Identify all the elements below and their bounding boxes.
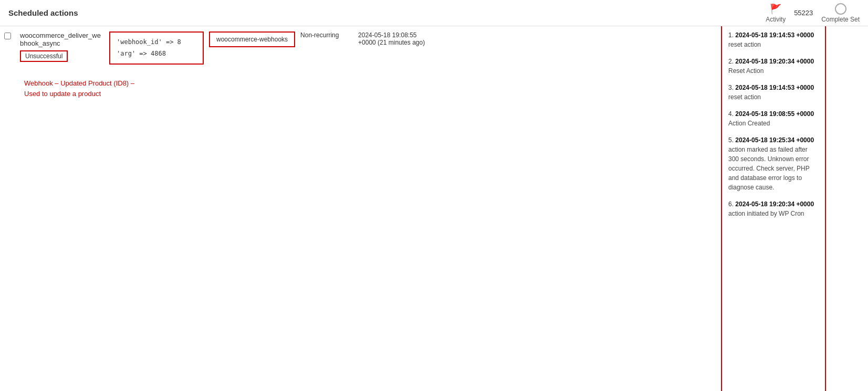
flag-icon: 🚩 bbox=[770, 3, 781, 15]
row-bottom: Webhook – Updated Product (ID8) – Used t… bbox=[0, 78, 721, 105]
log-entry: 3. 2024-05-18 19:14:53 +0000reset action bbox=[728, 83, 819, 102]
complete-label: Complete Set bbox=[821, 16, 860, 23]
main-layout: woocommerce_deliver_webhook_async Unsucc… bbox=[0, 26, 868, 391]
log-number: 2. bbox=[728, 58, 735, 65]
recurrence-cell: Non-recurring bbox=[300, 31, 353, 39]
table-section: woocommerce_deliver_webhook_async Unsucc… bbox=[0, 26, 721, 391]
log-number: 4. bbox=[728, 110, 735, 118]
args-box: 'webhook_id' => 8 'arg' => 4868 bbox=[109, 31, 204, 65]
log-entry: 2. 2024-05-18 19:20:34 +0000Reset Action bbox=[728, 57, 819, 76]
log-text: Action Created bbox=[728, 120, 770, 127]
group-box: woocommerce-webhooks bbox=[209, 31, 295, 47]
log-number: 6. bbox=[728, 200, 735, 208]
checkbox-cell bbox=[4, 31, 15, 41]
log-column: 1. 2024-05-18 19:14:53 +0000reset action… bbox=[721, 26, 826, 391]
log-text: action marked as failed after 300 second… bbox=[728, 146, 810, 191]
log-entry: 1. 2024-05-18 19:14:53 +0000reset action bbox=[728, 30, 819, 49]
log-entry: 4. 2024-05-18 19:08:55 +0000Action Creat… bbox=[728, 109, 819, 128]
log-number: 1. bbox=[728, 31, 735, 39]
page-container: Scheduled actions 🚩 Activity 55223 Compl… bbox=[0, 0, 868, 391]
log-date: 2024-05-18 19:08:55 +0000 bbox=[735, 110, 814, 118]
complete-section: Complete Set bbox=[821, 3, 860, 23]
scheduled-relative: +0000 (21 minutes ago) bbox=[358, 39, 453, 46]
log-date: 2024-05-18 19:14:53 +0000 bbox=[735, 31, 814, 39]
args-cell: 'webhook_id' => 8 'arg' => 4868 bbox=[109, 31, 204, 65]
header: Scheduled actions 🚩 Activity 55223 Compl… bbox=[0, 0, 868, 26]
log-date: 2024-05-18 19:14:53 +0000 bbox=[735, 84, 814, 91]
log-entries: 1. 2024-05-18 19:14:53 +0000reset action… bbox=[728, 30, 819, 218]
activity-section: 🚩 Activity bbox=[766, 3, 786, 23]
log-date: 2024-05-18 19:20:34 +0000 bbox=[735, 58, 814, 65]
log-date: 2024-05-18 19:20:34 +0000 bbox=[735, 200, 814, 208]
log-text: reset action bbox=[728, 93, 761, 101]
activity-label: Activity bbox=[766, 16, 786, 23]
page-title: Scheduled actions bbox=[8, 8, 78, 17]
action-name: woocommerce_deliver_webhook_async bbox=[20, 31, 104, 47]
action-name-cell: woocommerce_deliver_webhook_async Unsucc… bbox=[20, 31, 104, 62]
activity-id: 55223 bbox=[794, 9, 813, 17]
status-badge: Unsuccessful bbox=[20, 50, 68, 62]
table-row: woocommerce_deliver_webhook_async Unsucc… bbox=[0, 26, 721, 70]
scheduled-cell: 2024-05-18 19:08:55 +0000 (21 minutes ag… bbox=[358, 31, 453, 46]
log-entry: 5. 2024-05-18 19:25:34 +0000action marke… bbox=[728, 135, 819, 192]
log-date: 2024-05-18 19:25:34 +0000 bbox=[735, 136, 814, 144]
right-section bbox=[826, 26, 868, 391]
log-number: 3. bbox=[728, 84, 735, 91]
log-text: action initiated by WP Cron bbox=[728, 210, 804, 217]
log-number: 5. bbox=[728, 136, 735, 144]
log-entry: 6. 2024-05-18 19:20:34 +0000action initi… bbox=[728, 199, 819, 218]
log-text: Reset Action bbox=[728, 67, 764, 75]
args-line1: 'webhook_id' => 8 bbox=[117, 37, 196, 48]
circle-icon bbox=[835, 3, 846, 15]
row-checkbox[interactable] bbox=[4, 33, 11, 39]
scheduled-date: 2024-05-18 19:08:55 bbox=[358, 31, 453, 39]
header-right: 🚩 Activity 55223 Complete Set bbox=[766, 3, 860, 23]
args-line2: 'arg' => 4868 bbox=[117, 48, 196, 60]
webhook-info: Webhook – Updated Product (ID8) – Used t… bbox=[20, 78, 135, 99]
group-cell: woocommerce-webhooks bbox=[209, 31, 295, 47]
log-text: reset action bbox=[728, 41, 761, 48]
